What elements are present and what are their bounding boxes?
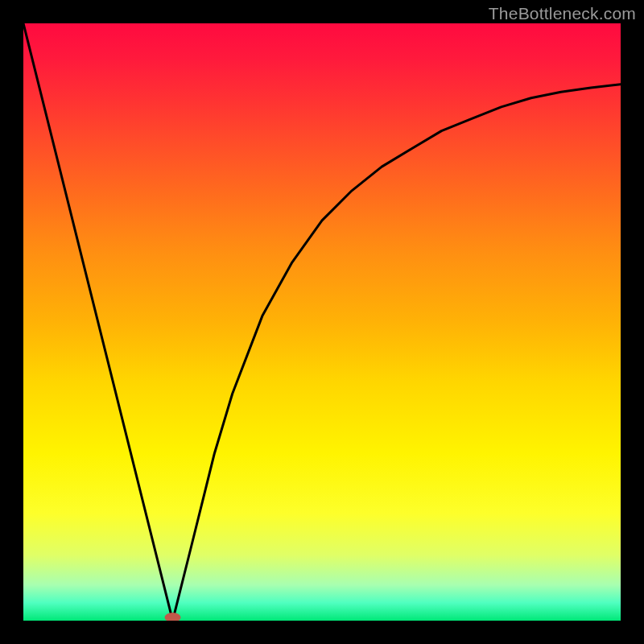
plot-area bbox=[23, 23, 621, 621]
watermark-text: TheBottleneck.com bbox=[489, 4, 636, 23]
chart-frame: TheBottleneck.com bbox=[0, 0, 644, 644]
bottleneck-curve bbox=[23, 23, 621, 621]
minimum-marker bbox=[165, 613, 181, 621]
bottleneck-curve-svg bbox=[23, 23, 621, 621]
